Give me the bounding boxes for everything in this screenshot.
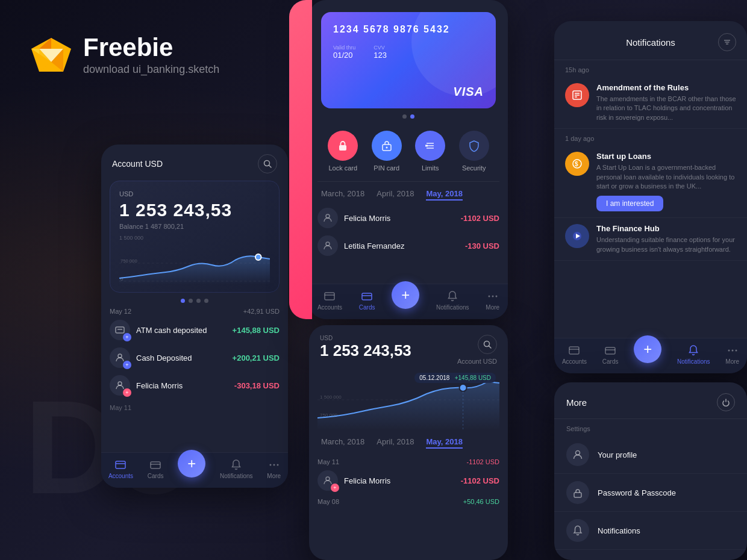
- panel-account2: USD 1 253 243,53 Account USD: [309, 325, 508, 560]
- cards-tx-1[interactable]: Felicia Morris -1102 USD: [317, 208, 499, 228]
- branding-section: Freebie download ui_banking.sketch: [30, 33, 219, 76]
- interested-button[interactable]: I am interested: [596, 196, 663, 211]
- nav-more[interactable]: More: [267, 459, 281, 479]
- svg-text:$: $: [575, 161, 578, 167]
- pin-card-label: PIN card: [374, 164, 399, 172]
- lock-card-action[interactable]: Lock card: [328, 131, 358, 172]
- notif-nav-more[interactable]: More: [725, 344, 739, 365]
- notif-nav-plus-button[interactable]: +: [634, 335, 661, 363]
- tx-name-1: ATM cash deposited: [136, 326, 227, 335]
- svg-point-41: [495, 296, 497, 297]
- account2-search-button[interactable]: [478, 335, 497, 354]
- plus-badge: +: [123, 333, 131, 341]
- may11-label: May 11: [110, 403, 280, 411]
- svg-point-68: [576, 451, 580, 455]
- security-label: Security: [462, 164, 486, 172]
- month-april[interactable]: April, 2018: [377, 189, 414, 201]
- settings-password[interactable]: Password & Passcode: [554, 474, 747, 512]
- notif-title-2: Start up Loans: [596, 152, 736, 161]
- notif-nav-cards[interactable]: Cards: [602, 344, 619, 365]
- card-number: 1234 5678 9876 5432: [333, 24, 484, 35]
- account2-may08-row: May 08 +50,46 USD: [317, 498, 499, 505]
- nav-cards-label: Cards: [148, 473, 164, 479]
- notif-item-3[interactable]: The Finance Hub Understanding suitable f…: [554, 218, 747, 261]
- transaction-item[interactable]: + Felicia Morris -303,18 USD: [110, 375, 280, 396]
- tx-date: May 12: [110, 308, 131, 315]
- notif-content-3: The Finance Hub Understanding suitable f…: [596, 224, 736, 254]
- power-button[interactable]: [717, 393, 735, 411]
- account-search-button[interactable]: [258, 154, 277, 173]
- limits-action[interactable]: Limits: [415, 131, 445, 172]
- account2-month-may[interactable]: May, 2018: [426, 437, 462, 449]
- account2-info: USD 1 253 243,53: [320, 335, 411, 360]
- currency-label: USD: [119, 190, 270, 198]
- dot-2: [189, 299, 193, 303]
- cards-nav-plus-button[interactable]: +: [392, 281, 419, 309]
- nav-accounts[interactable]: Accounts: [108, 459, 133, 479]
- account2-month-april[interactable]: April, 2018: [377, 437, 414, 449]
- account2-header: USD 1 253 243,53 Account USD: [309, 325, 508, 370]
- cards-bottom-nav: Accounts Cards + Notifications: [309, 284, 508, 319]
- account2-tx-1[interactable]: + Felicia Morris -1102 USD: [317, 470, 499, 491]
- notif-nav-accounts[interactable]: Accounts: [562, 344, 587, 365]
- svg-point-65: [728, 350, 730, 352]
- svg-rect-19: [116, 461, 125, 468]
- notif-settings-icon: [566, 519, 589, 542]
- brand-text: Freebie download ui_banking.sketch: [83, 33, 219, 76]
- balance-amount: 1 253 243,53: [119, 200, 270, 220]
- notif-nav-notifications[interactable]: Notifications: [677, 344, 710, 365]
- cards-nav-notifications[interactable]: Notifications: [436, 290, 469, 311]
- nav-accounts-label: Accounts: [108, 473, 133, 479]
- plus-badge: +: [331, 484, 339, 492]
- cards-tx-name-2: Letitia Fernandez: [344, 241, 459, 250]
- month-selector: March, 2018 April, 2018 May, 2018: [309, 182, 508, 208]
- account2-chart: 1 500 000 750 000 05.12.2018 +145,88 USD: [309, 370, 508, 430]
- account2-tx-icon: +: [317, 470, 338, 491]
- cards-tx-amount-2: -130 USD: [465, 241, 499, 250]
- nav-notifications-label: Notifications: [220, 473, 252, 479]
- sketch-logo-icon: [30, 37, 72, 73]
- account2-may11-amount: -1102 USD: [467, 458, 499, 465]
- cards-nav-more[interactable]: More: [486, 290, 499, 311]
- settings-profile[interactable]: Your profile: [554, 436, 747, 474]
- svg-rect-15: [116, 327, 124, 333]
- cards-tx-list: Felicia Morris -1102 USD Letitia Fernand…: [309, 208, 508, 263]
- svg-text:1 500 000: 1 500 000: [320, 394, 342, 400]
- tx-icon-person2: +: [110, 375, 130, 396]
- month-march[interactable]: March, 2018: [321, 189, 364, 201]
- notif-item-1[interactable]: Amendment of the Rules The amendments in…: [554, 77, 747, 129]
- pin-card-action[interactable]: PIN card: [372, 131, 402, 172]
- nav-cards[interactable]: Cards: [148, 459, 164, 479]
- cards-nav-cards[interactable]: Cards: [359, 290, 375, 311]
- svg-point-39: [488, 296, 490, 297]
- svg-line-43: [489, 346, 492, 349]
- cards-tx-2[interactable]: Letitia Fernandez -130 USD: [317, 235, 499, 256]
- cards-nav-accounts[interactable]: Accounts: [317, 290, 342, 311]
- notif-title-1: Amendment of the Rules: [596, 83, 736, 92]
- settings-notifications[interactable]: Notifications: [554, 512, 747, 550]
- more-title: More: [566, 397, 587, 408]
- security-action[interactable]: Security: [459, 131, 489, 172]
- transaction-item[interactable]: + Cash Deposited +200,21 USD: [110, 347, 280, 368]
- limits-label: Limits: [422, 164, 439, 172]
- pin-card-icon: [372, 131, 402, 161]
- svg-rect-63: [605, 347, 615, 354]
- nav-notifications[interactable]: Notifications: [220, 459, 252, 479]
- card-dot-2: [410, 114, 414, 119]
- notif-icon-3: [565, 224, 589, 248]
- card-actions: Lock card PIN card: [309, 125, 508, 181]
- filter-button[interactable]: [718, 33, 736, 51]
- nav-plus-button[interactable]: +: [178, 450, 205, 478]
- notif-icon-1: [565, 83, 589, 107]
- account2-month-march[interactable]: March, 2018: [321, 437, 364, 449]
- dot-1: [181, 299, 185, 303]
- notif-item-2[interactable]: $ Start up Loans A Start Up Loan is a go…: [554, 146, 747, 218]
- notif-content-2: Start up Loans A Start Up Loan is a gove…: [596, 152, 736, 211]
- notif-nav-accounts-label: Accounts: [562, 358, 587, 365]
- svg-rect-69: [574, 493, 581, 497]
- month-may[interactable]: May, 2018: [426, 189, 462, 201]
- time-label-1: 15h ago: [554, 60, 747, 77]
- transaction-item[interactable]: + ATM cash deposited +145,88 USD: [110, 320, 280, 340]
- svg-text:750 000: 750 000: [320, 412, 338, 418]
- plus-badge: +: [123, 361, 131, 369]
